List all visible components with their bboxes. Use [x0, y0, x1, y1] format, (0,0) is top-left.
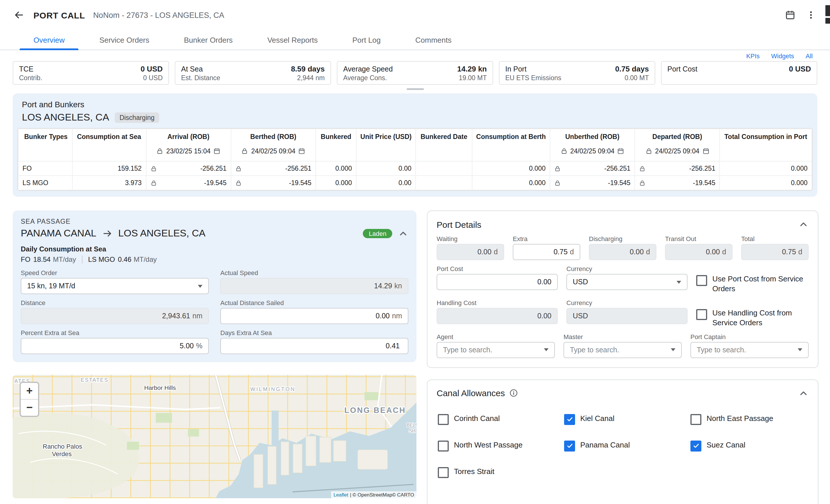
berthed-date-field[interactable]: 24/02/25 09:04	[233, 147, 313, 155]
cell-unberthed-rob[interactable]: -256.251	[554, 165, 631, 172]
scrollbar[interactable]	[825, 0, 830, 504]
percent-extra-input[interactable]: 5.00%	[21, 338, 209, 354]
port-cost-input[interactable]: 0.00	[437, 274, 558, 290]
collapse-chevron-icon[interactable]	[798, 388, 809, 398]
checkbox-box[interactable]	[438, 414, 449, 425]
link-widgets[interactable]: Widgets	[771, 53, 794, 59]
checkbox-box[interactable]	[438, 440, 449, 451]
calendar-icon[interactable]	[784, 9, 797, 21]
currency-select[interactable]: USD	[566, 274, 688, 290]
scrollbar-thumb[interactable]	[825, 5, 830, 16]
canal-checkbox-panama[interactable]: Panama Canal	[564, 440, 682, 451]
mgo-value: 0.46	[118, 256, 131, 264]
actual-distance-input[interactable]: 0.00nm	[220, 308, 408, 324]
cell-unit-price[interactable]: 0.00	[356, 176, 416, 190]
checkbox-box[interactable]	[564, 414, 575, 425]
canal-checkbox-kiel[interactable]: Kiel Canal	[564, 413, 682, 425]
speed-order-field: Speed Order 15 kn, 19 MT/d	[21, 269, 209, 294]
tab-overview[interactable]: Overview	[16, 30, 82, 49]
extra-input[interactable]: 0.75d	[513, 244, 580, 260]
zoom-in-button[interactable]: +	[21, 383, 38, 400]
speed-order-select[interactable]: 15 kn, 19 MT/d	[21, 278, 209, 294]
total-input: 0.75d	[741, 244, 809, 260]
tab-comments[interactable]: Comments	[398, 30, 469, 49]
cell-berthed-rob[interactable]: -19.545	[235, 179, 311, 186]
master-select[interactable]: Type to search.	[564, 342, 682, 358]
checkbox-box[interactable]	[691, 440, 701, 451]
tab-port-log[interactable]: Port Log	[335, 30, 398, 49]
link-kpis[interactable]: KPIs	[746, 53, 760, 59]
calendar-icon[interactable]	[702, 147, 709, 155]
status-badge[interactable]: Discharging	[115, 112, 159, 123]
checkbox-box[interactable]	[696, 275, 707, 286]
lock-icon[interactable]	[639, 165, 645, 172]
lock-icon[interactable]	[150, 165, 157, 172]
canal-checkbox-north-east[interactable]: North East Passage	[691, 413, 809, 425]
cell-bunkered-date[interactable]	[416, 161, 472, 176]
canal-checkbox-torres[interactable]: Torres Strait	[438, 466, 556, 478]
link-all[interactable]: All	[806, 53, 813, 59]
canal-checkbox-north-west[interactable]: North West Passage	[438, 440, 556, 451]
use-handling-cost-checkbox[interactable]: Use Handling Cost from Service Orders	[696, 308, 809, 328]
lock-icon[interactable]	[554, 180, 561, 186]
zoom-out-button[interactable]: −	[21, 400, 38, 416]
lock-icon[interactable]	[554, 165, 561, 172]
checkbox-box[interactable]	[696, 309, 707, 320]
tab-service-orders[interactable]: Service Orders	[82, 30, 166, 49]
back-arrow-icon[interactable]	[13, 9, 25, 21]
lock-icon[interactable]	[235, 180, 242, 186]
cell-arrival-rob[interactable]: -19.545	[150, 179, 226, 186]
canal-checkbox-suez[interactable]: Suez Canal	[691, 440, 809, 451]
cell-unberthed-rob[interactable]: -19.545	[554, 179, 631, 186]
cell-consumption-at-sea[interactable]: 3.973	[72, 176, 146, 190]
currency-handling-input: USD	[566, 308, 688, 324]
tab-vessel-reports[interactable]: Vessel Reports	[250, 30, 335, 49]
cell-unit-price[interactable]: 0.00	[356, 161, 416, 176]
lock-icon[interactable]	[157, 147, 163, 155]
info-icon[interactable]	[510, 389, 518, 397]
kpi-sub-value: 19.00 MT	[459, 74, 487, 82]
checkbox-box[interactable]	[564, 440, 575, 451]
cell-bunkered-date[interactable]	[416, 176, 472, 190]
unberthed-date-field[interactable]: 24/02/25 09:04	[552, 147, 632, 155]
cell-departed-rob[interactable]: -256.251	[639, 165, 715, 172]
lock-icon[interactable]	[150, 180, 157, 186]
days-extra-input[interactable]: 0.41	[220, 338, 408, 354]
cell-consumption-at-sea[interactable]: 159.152	[72, 161, 146, 176]
scrollbar-thumb[interactable]	[825, 18, 830, 24]
departed-date-field[interactable]: 24/02/25 09:04	[637, 147, 717, 155]
cell-consumption-at-berth[interactable]: 0.000	[472, 161, 550, 176]
cell-departed-rob[interactable]: -19.545	[639, 179, 715, 186]
arrival-date-field[interactable]: 23/02/25 15:04	[149, 147, 228, 155]
port-map[interactable]: ATES ESTATES Harbor Hills WILMINGTON LON…	[13, 375, 416, 498]
cell-arrival-rob[interactable]: -256.251	[150, 165, 226, 172]
calendar-icon[interactable]	[617, 147, 625, 155]
use-port-cost-checkbox[interactable]: Use Port Cost from Service Orders	[696, 274, 809, 294]
port-captain-select[interactable]: Type to search.	[691, 342, 809, 358]
calendar-icon[interactable]	[298, 147, 305, 155]
map-zoom-control: + −	[20, 382, 39, 417]
collapse-chevron-icon[interactable]	[398, 228, 408, 239]
cell-consumption-at-berth[interactable]: 0.000	[472, 176, 550, 190]
calendar-icon[interactable]	[214, 147, 220, 155]
lock-icon[interactable]	[560, 147, 567, 155]
port-details-card: Port Details Waiting 0.00d Extra 0.75d D…	[427, 210, 819, 368]
tab-bunker-orders[interactable]: Bunker Orders	[167, 30, 250, 49]
panel-resize-handle[interactable]	[406, 88, 424, 90]
dropdown-arrow-icon	[198, 284, 202, 288]
cell-bunkered[interactable]: 0.000	[316, 161, 356, 176]
checkbox-box[interactable]	[691, 414, 701, 425]
lock-icon[interactable]	[235, 165, 242, 172]
leaflet-link[interactable]: Leaflet	[333, 492, 348, 498]
lock-icon[interactable]	[645, 147, 652, 155]
checkbox-box[interactable]	[438, 467, 449, 478]
lock-icon[interactable]	[639, 180, 645, 186]
canal-checkbox-corinth[interactable]: Corinth Canal	[438, 413, 556, 425]
attribution-text[interactable]: | © OpenStreetMap© CARTO	[350, 492, 414, 498]
kebab-menu-icon[interactable]	[805, 9, 817, 21]
collapse-chevron-icon[interactable]	[798, 219, 809, 230]
lock-icon[interactable]	[242, 147, 248, 155]
agent-select[interactable]: Type to search.	[437, 342, 555, 358]
cell-berthed-rob[interactable]: -256.251	[235, 165, 311, 172]
cell-bunkered[interactable]: 0.000	[316, 176, 356, 190]
